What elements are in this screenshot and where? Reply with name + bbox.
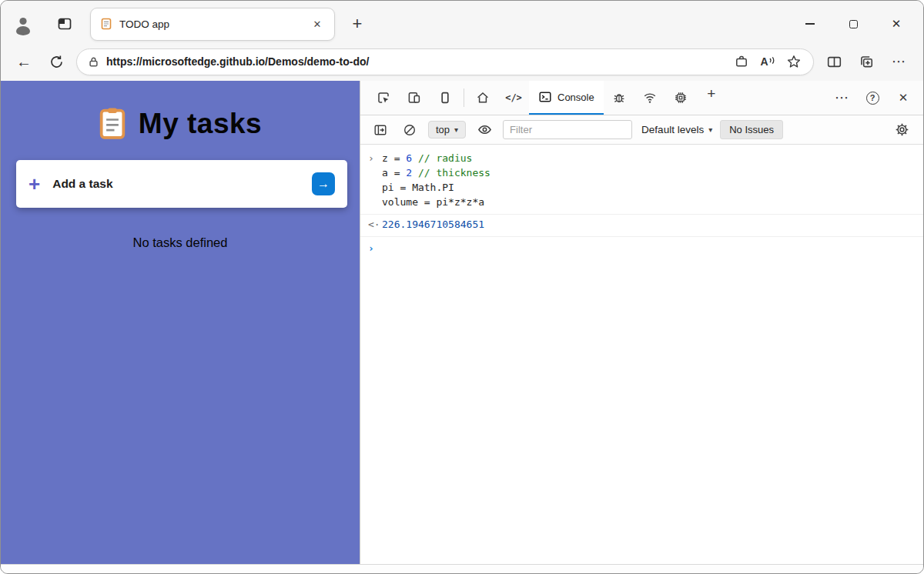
ellipsis-icon: ⋯	[835, 94, 849, 102]
tab-favicon-icon	[100, 18, 112, 30]
gear-icon	[895, 122, 909, 137]
cpu-chip-icon	[674, 91, 688, 105]
context-selector-label: top	[436, 124, 450, 135]
empty-tasks-message: No tasks defined	[1, 235, 360, 250]
profile-avatar-icon	[12, 12, 35, 35]
app-header: My tasks	[1, 107, 360, 140]
tab-title: TODO app	[119, 18, 308, 30]
split-screen-icon	[827, 55, 842, 69]
window-bottom-edge	[1, 564, 923, 573]
devtools-tab-bar: </> Console	[360, 81, 923, 115]
log-levels-dropdown[interactable]: Default levels ▾	[641, 124, 712, 135]
maximize-button[interactable]	[842, 12, 865, 35]
read-aloud-button[interactable]: A	[755, 51, 781, 72]
add-tools-button[interactable]: +	[696, 81, 727, 107]
favorites-button[interactable]	[781, 51, 807, 72]
chevron-down-icon: ▾	[708, 125, 712, 134]
console-prompt[interactable]: ›	[360, 237, 923, 255]
browser-menu-button[interactable]: ⋯	[886, 49, 911, 74]
address-bar[interactable]: https://microsoftedge.github.io/Demos/de…	[76, 48, 814, 75]
line-indent	[368, 165, 382, 180]
tab-strip: TODO app ✕ + ✕	[1, 1, 923, 47]
log-levels-label: Default levels	[641, 124, 704, 135]
context-selector[interactable]: top ▾	[428, 121, 466, 138]
browser-tab[interactable]: TODO app ✕	[90, 8, 335, 41]
focus-page-button[interactable]	[430, 81, 460, 115]
inspect-element-button[interactable]	[368, 81, 399, 115]
app-briefcase-icon	[735, 55, 748, 68]
tab-console[interactable]: Console	[529, 81, 604, 115]
window-controls: ✕	[798, 12, 908, 35]
arrow-right-icon: →	[317, 177, 330, 191]
close-window-button[interactable]: ✕	[885, 12, 908, 35]
add-task-submit-button[interactable]: →	[312, 172, 335, 195]
lock-icon	[88, 56, 99, 68]
prompt-chevron-icon: ›	[368, 241, 382, 255]
console-sidebar-button[interactable]	[370, 120, 391, 140]
console-input-line: volume = pi*z*z*a	[360, 195, 923, 209]
navigation-bar: ← https://microsoftedge.github.io/Demos/…	[1, 47, 923, 81]
profile-button[interactable]	[12, 12, 35, 35]
workspaces-button[interactable]	[52, 11, 78, 37]
minimize-icon	[805, 23, 815, 25]
input-chevron-icon: ›	[368, 151, 382, 165]
console-log-area[interactable]: ›z = 6 // radiusa = 2 // thicknesspi = M…	[360, 145, 923, 564]
help-icon: ?	[866, 92, 879, 105]
tab-welcome[interactable]	[467, 81, 498, 115]
eye-icon	[477, 122, 492, 137]
device-toolbar-icon	[407, 91, 421, 105]
console-input-entry: ›z = 6 // radiusa = 2 // thicknesspi = M…	[360, 149, 923, 215]
new-tab-button[interactable]: +	[344, 11, 370, 37]
tab-elements[interactable]: </>	[498, 81, 529, 115]
tab-close-button[interactable]: ✕	[308, 15, 326, 33]
issues-button[interactable]: No Issues	[720, 120, 783, 139]
devtools-tabbar-spacer	[727, 81, 826, 115]
tab-sources[interactable]	[604, 81, 634, 115]
clear-console-button[interactable]	[399, 120, 420, 140]
install-app-button[interactable]	[728, 51, 755, 72]
console-toolbar: top ▾ Default levels ▾ No Issues	[360, 115, 923, 145]
tab-performance[interactable]	[665, 81, 696, 115]
minimize-button[interactable]	[798, 12, 822, 35]
code-brackets-icon: </>	[505, 92, 522, 103]
collections-icon	[859, 55, 874, 69]
devtools-close-button[interactable]: ✕	[888, 91, 919, 105]
device-emulation-button[interactable]	[399, 81, 430, 115]
bug-icon	[612, 91, 626, 105]
split-screen-button[interactable]	[822, 49, 846, 74]
star-icon	[787, 55, 801, 68]
tab-network[interactable]	[634, 81, 665, 115]
devtools-panel: </> Console	[360, 81, 923, 564]
browser-window: TODO app ✕ + ✕ ← https://microsoftedge.g…	[0, 0, 924, 574]
add-task-label: Add a task	[52, 177, 312, 191]
devtools-help-button[interactable]: ?	[857, 92, 888, 105]
console-settings-button[interactable]	[891, 120, 912, 140]
maximize-icon	[849, 20, 858, 28]
live-expression-button[interactable]	[474, 120, 495, 140]
devtools-menu-button[interactable]: ⋯	[826, 94, 857, 102]
console-result-entry: <· 226.1946710584651	[360, 215, 923, 237]
refresh-icon	[49, 55, 64, 69]
filter-input[interactable]	[503, 120, 632, 139]
back-button[interactable]: ←	[12, 49, 36, 74]
line-indent	[368, 180, 382, 195]
console-code-text: volume = pi*z*z*a	[382, 195, 484, 209]
block-circle-icon	[403, 123, 417, 137]
console-tab-label: Console	[557, 92, 594, 103]
page-frame-icon	[438, 91, 452, 105]
add-task-field[interactable]: + Add a task →	[16, 160, 347, 208]
page-title: My tasks	[139, 108, 262, 140]
console-input-line: a = 2 // thickness	[360, 165, 923, 180]
collections-button[interactable]	[854, 49, 879, 74]
console-code-text: pi = Math.PI	[382, 180, 454, 195]
console-result-value: 226.1946710584651	[382, 217, 484, 232]
refresh-button[interactable]	[44, 49, 69, 74]
read-aloud-icon: A	[760, 56, 775, 67]
console-input-line: pi = Math.PI	[360, 180, 923, 195]
chevron-down-icon: ▾	[454, 125, 458, 134]
console-code-text: a = 2 // thickness	[382, 165, 490, 180]
toolbar-separator	[464, 88, 464, 107]
sidebar-toggle-icon	[373, 123, 387, 137]
line-indent	[368, 195, 382, 209]
devtools-window-actions: ⋯ ? ✕	[826, 81, 919, 115]
